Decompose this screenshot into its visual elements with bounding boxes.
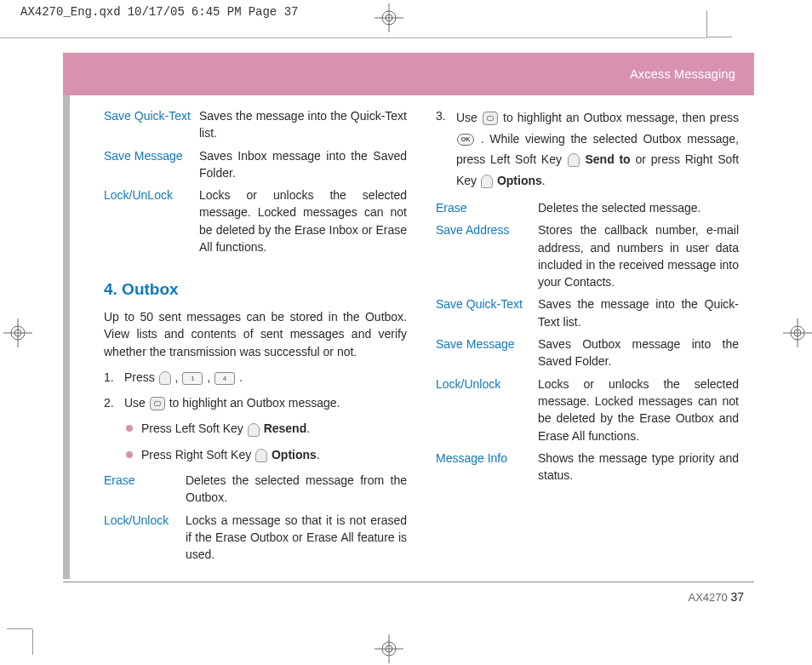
definition-term: Lock/Unlock <box>436 375 538 444</box>
step-body: Press , 1 , 4 . <box>124 369 407 386</box>
definition-desc: Stores the callback number, e-mail addre… <box>538 221 739 290</box>
crop-mark-icon <box>32 629 33 655</box>
file-page: Page 37 <box>249 5 299 19</box>
footer-rule <box>63 582 754 582</box>
step-text: to highlight an Outbox message. <box>169 396 340 410</box>
navigation-key-icon <box>483 112 498 125</box>
definition-row: Save Quick-Text Saves the message into t… <box>104 107 407 142</box>
sidebar-stripe <box>63 95 70 579</box>
definition-row: Lock/UnLock Locks or unlocks the selecte… <box>104 186 407 255</box>
definition-term: Message Info <box>436 450 538 484</box>
definition-desc: Deletes the selected message from the Ou… <box>186 472 407 507</box>
footer-page: 37 <box>730 590 744 604</box>
definition-row: Save Quick-Text Saves the message into t… <box>436 295 739 330</box>
left-soft-key-icon <box>568 153 580 167</box>
right-soft-key-icon <box>481 175 493 188</box>
bullet-bold: Resend <box>264 421 307 435</box>
crop-mark-icon <box>7 628 32 629</box>
definition-term: Save Message <box>436 335 538 370</box>
step-text: Use <box>124 396 149 410</box>
section-header-band: Axcess Messaging <box>63 53 754 95</box>
definition-desc: Saves the message into the Quick-Text li… <box>199 107 407 142</box>
right-column: 3. Use to highlight an Outbox message, t… <box>436 107 739 568</box>
step-row: 3. Use to highlight an Outbox message, t… <box>436 107 739 191</box>
ok-key-icon: OK <box>457 134 474 146</box>
step-bold: Options <box>497 174 542 187</box>
definition-term: Lock/UnLock <box>104 186 199 255</box>
definition-desc: Saves Inbox message into the Saved Folde… <box>199 147 407 182</box>
bullet-bold: Options <box>272 448 317 461</box>
section-heading: 4. Outbox <box>104 278 407 301</box>
file-time: 6:45 PM <box>192 5 242 19</box>
footer-model: AX4270 <box>689 591 728 604</box>
step-number: 1. <box>104 369 124 386</box>
content-area: Save Quick-Text Saves the message into t… <box>104 107 739 568</box>
keypad-4-icon: 4 <box>214 372 235 385</box>
definition-row: Save Address Stores the callback number,… <box>436 221 739 290</box>
section-header-text: Axcess Messaging <box>630 67 735 81</box>
definition-term: Erase <box>104 472 186 507</box>
registration-mark-icon <box>783 318 812 347</box>
crop-mark-icon <box>706 11 707 37</box>
definition-term: Save Address <box>436 221 538 290</box>
step-text: Press <box>124 370 158 384</box>
definition-term: Save Message <box>104 147 199 182</box>
definition-desc: Saves Outbox message into the Saved Fold… <box>538 335 739 370</box>
step-number: 2. <box>104 394 124 411</box>
right-soft-key-icon <box>255 449 267 462</box>
registration-mark-icon <box>3 318 32 347</box>
definition-desc: Locks a message so that it is not erased… <box>186 512 407 564</box>
bullet-text: Press Right Soft Key <box>141 448 254 461</box>
left-soft-key-icon <box>159 371 171 385</box>
definition-row: Save Message Saves Outbox message into t… <box>436 335 739 370</box>
step-body: Use to highlight an Outbox message, then… <box>456 107 739 191</box>
step-row: 1. Press , 1 , 4 . <box>104 369 407 386</box>
keypad-1-icon: 1 <box>182 372 203 385</box>
file-name: AX4270_Eng.qxd <box>20 5 121 19</box>
definition-row: Erase Deletes the selected message. <box>436 199 739 216</box>
registration-mark-icon <box>375 634 403 663</box>
section-intro: Up to 50 sent messages can be stored in … <box>104 308 407 360</box>
bullet-row: Press Left Soft Key Resend. <box>126 420 407 437</box>
definition-row: Lock/Unlock Locks a message so that it i… <box>104 512 407 564</box>
step-text: Use <box>456 111 482 124</box>
definition-term: Lock/Unlock <box>104 512 186 564</box>
left-column: Save Quick-Text Saves the message into t… <box>104 107 407 568</box>
definition-desc: Locks or unlocks the selected message. L… <box>538 375 739 444</box>
left-soft-key-icon <box>248 423 260 437</box>
registration-mark-icon <box>375 3 403 32</box>
trim-line <box>0 37 706 38</box>
bullet-icon <box>126 425 133 432</box>
navigation-key-icon <box>150 397 165 410</box>
step-body: Use to highlight an Outbox message. <box>124 394 407 411</box>
definition-term: Erase <box>436 199 538 216</box>
file-date: 10/17/05 <box>128 5 185 19</box>
definition-desc: Saves the message into the Quick-Text li… <box>538 295 739 330</box>
definition-desc: Shows the message type priority and stat… <box>538 450 739 484</box>
bullet-text: Press Left Soft Key <box>141 421 247 435</box>
definition-desc: Deletes the selected message. <box>538 199 739 216</box>
print-header: AX4270_Eng.qxd 10/17/05 6:45 PM Page 37 <box>20 5 298 19</box>
definition-row: Message Info Shows the message type prio… <box>436 450 739 484</box>
bullet-row: Press Right Soft Key Options. <box>126 446 407 463</box>
definition-term: Save Quick-Text <box>436 295 538 330</box>
definition-row: Lock/Unlock Locks or unlocks the selecte… <box>436 375 739 444</box>
crop-mark-icon <box>706 37 732 37</box>
step-number: 3. <box>436 107 456 191</box>
bullet-body: Press Left Soft Key Resend. <box>141 420 310 437</box>
bullet-body: Press Right Soft Key Options. <box>141 446 320 463</box>
footer: AX4270 37 <box>689 590 744 604</box>
definition-desc: Locks or unlocks the selected message. L… <box>199 186 407 255</box>
step-text: to highlight an Outbox message, then pre… <box>503 111 739 124</box>
step-row: 2. Use to highlight an Outbox message. <box>104 394 407 411</box>
step-bold: Send to <box>585 152 630 166</box>
definition-row: Erase Deletes the selected message from … <box>104 472 407 507</box>
bullet-icon <box>126 451 133 458</box>
definition-term: Save Quick-Text <box>104 107 199 142</box>
definition-row: Save Message Saves Inbox message into th… <box>104 147 407 182</box>
